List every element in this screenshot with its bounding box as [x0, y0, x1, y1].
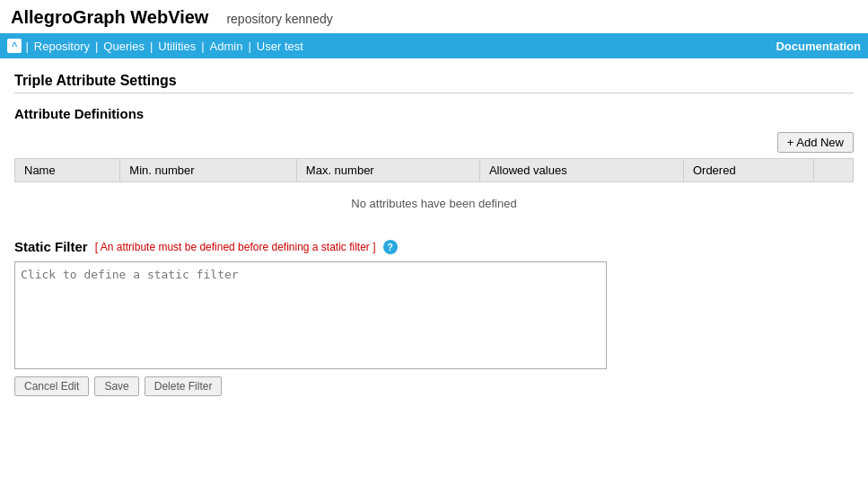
static-filter-textarea[interactable]: [14, 261, 607, 369]
empty-message: No attributes have been defined: [351, 197, 516, 210]
col-min-number: Min. number: [120, 159, 296, 182]
repo-label: repository kennedy: [226, 12, 332, 26]
col-name: Name: [15, 159, 120, 182]
app-header: AllegroGraph WebView repository kennedy: [0, 0, 868, 33]
nav-item-queries[interactable]: Queries: [98, 40, 150, 53]
nav-item-admin[interactable]: Admin: [205, 40, 249, 53]
app-title: AllegroGraph WebView: [11, 7, 208, 28]
filter-buttons: Cancel Edit Save Delete Filter: [14, 376, 854, 396]
nav-links: | Repository | Queries | Utilities | Adm…: [25, 40, 308, 53]
delete-filter-button[interactable]: Delete Filter: [145, 376, 223, 396]
save-button[interactable]: Save: [94, 376, 138, 396]
col-max-number: Max. number: [296, 159, 479, 182]
main-content: Triple Attribute Settings Attribute Defi…: [0, 58, 868, 405]
empty-table-row: No attributes have been defined: [15, 182, 854, 225]
static-filter-warning: [ An attribute must be defined before de…: [95, 241, 376, 253]
add-new-button[interactable]: + Add New: [777, 132, 854, 153]
navbar: ^ | Repository | Queries | Utilities | A…: [0, 33, 868, 58]
nav-item-repository[interactable]: Repository: [29, 40, 95, 53]
static-filter-section: Static Filter [ An attribute must be def…: [14, 239, 854, 396]
nav-home-button[interactable]: ^: [7, 39, 22, 53]
static-filter-title: Static Filter: [14, 239, 88, 254]
attr-section-title: Attribute Definitions: [14, 101, 854, 128]
cancel-edit-button[interactable]: Cancel Edit: [14, 376, 89, 396]
static-filter-header: Static Filter [ An attribute must be def…: [14, 239, 854, 254]
help-icon[interactable]: ?: [383, 240, 398, 254]
col-actions: [813, 159, 853, 182]
nav-item-utilities[interactable]: Utilities: [153, 40, 201, 53]
page-title: Triple Attribute Settings: [14, 67, 854, 93]
col-allowed-values: Allowed values: [479, 159, 683, 182]
add-new-row: + Add New: [14, 128, 854, 158]
nav-item-user-test[interactable]: User test: [251, 40, 309, 53]
col-ordered: Ordered: [683, 159, 813, 182]
attributes-table: Name Min. number Max. number Allowed val…: [14, 158, 854, 225]
nav-documentation[interactable]: Documentation: [776, 40, 861, 53]
